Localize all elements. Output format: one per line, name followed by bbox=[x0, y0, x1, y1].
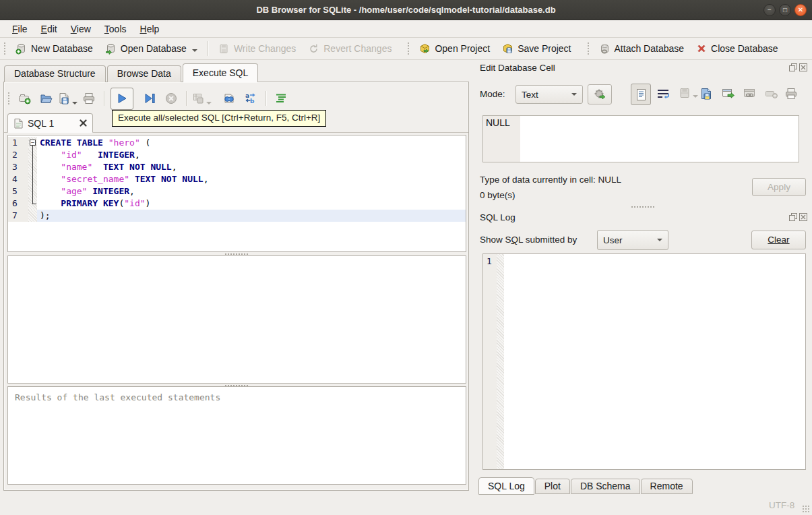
fold-margin bbox=[28, 161, 37, 173]
stop-button[interactable] bbox=[162, 90, 180, 107]
save-project-button[interactable]: Save Project bbox=[496, 40, 577, 57]
resize-grip[interactable] bbox=[802, 505, 810, 513]
open-database-button[interactable]: Open Database bbox=[99, 40, 204, 57]
save-results-icon bbox=[191, 92, 205, 105]
attach-database-button[interactable]: Attach Database bbox=[593, 40, 691, 57]
close-database-label: Close Database bbox=[711, 43, 778, 54]
apply-button[interactable]: Apply bbox=[752, 178, 806, 196]
mode-value: Text bbox=[522, 90, 538, 100]
sql-log-area[interactable]: 1 bbox=[482, 253, 806, 470]
panel-splitter[interactable] bbox=[480, 205, 806, 208]
replace-icon: ab bbox=[244, 92, 257, 105]
menu-file[interactable]: File bbox=[5, 22, 34, 36]
close-panel-icon[interactable] bbox=[799, 63, 807, 71]
toolbar-grip[interactable] bbox=[587, 42, 590, 55]
print-cell-icon[interactable] bbox=[784, 87, 798, 100]
menu-edit[interactable]: Edit bbox=[34, 22, 64, 36]
dock-tab-db-schema[interactable]: DB Schema bbox=[571, 479, 640, 494]
close-database-button[interactable]: Close Database bbox=[690, 40, 784, 57]
maximize-icon[interactable]: □ bbox=[779, 4, 791, 16]
cell-editor[interactable]: NULL bbox=[482, 115, 799, 162]
log-line-number: 1 bbox=[483, 254, 497, 469]
format-sql-icon bbox=[274, 92, 288, 105]
save-sql-file-button[interactable] bbox=[59, 90, 76, 107]
close-tab-icon[interactable] bbox=[80, 119, 87, 127]
set-null-icon[interactable] bbox=[766, 90, 778, 98]
import-file-button[interactable] bbox=[678, 87, 698, 100]
sql-log-title: SQL Log bbox=[480, 212, 516, 222]
close-panel-icon[interactable] bbox=[799, 213, 807, 221]
attach-database-label: Attach Database bbox=[615, 43, 685, 54]
clear-button[interactable]: Clear bbox=[751, 231, 806, 249]
float-panel-icon[interactable] bbox=[789, 213, 797, 221]
save-results-button[interactable] bbox=[193, 90, 210, 107]
revert-changes-button[interactable]: Revert Changes bbox=[302, 40, 398, 57]
dock-tab-remote[interactable]: Remote bbox=[641, 479, 693, 494]
window-title: DB Browser for SQLite - /home/user/code/… bbox=[256, 5, 555, 15]
cell-value: NULL bbox=[486, 117, 510, 128]
toolbar-grip[interactable] bbox=[3, 42, 6, 55]
tab-browse-data[interactable]: Browse Data bbox=[107, 65, 181, 82]
main-toolbar: New Database Open Database Write Changes… bbox=[0, 38, 812, 60]
code-line[interactable]: 2 "id" INTEGER, bbox=[8, 149, 466, 161]
results-message-area[interactable]: Results of the last executed statements bbox=[7, 386, 466, 485]
mode-select[interactable]: Text bbox=[516, 85, 583, 104]
link-data-icon[interactable] bbox=[743, 87, 757, 100]
sql-file-icon bbox=[13, 118, 24, 129]
fold-margin bbox=[28, 198, 37, 210]
code-line[interactable]: 5 "age" INTEGER, bbox=[8, 185, 466, 198]
sql-toolbar-grip[interactable] bbox=[7, 92, 10, 105]
float-panel-icon[interactable] bbox=[789, 63, 797, 71]
tab-execute-sql[interactable]: Execute SQL bbox=[183, 63, 259, 82]
sql-editor[interactable]: 1−CREATE TABLE "hero" (2 "id" INTEGER,3 … bbox=[7, 135, 466, 252]
execute-line-button[interactable] bbox=[141, 90, 158, 107]
results-grid[interactable] bbox=[7, 255, 466, 384]
save-results-dropdown-icon[interactable] bbox=[206, 102, 212, 104]
code-line[interactable]: 4 "secret_name" TEXT NOT NULL, bbox=[8, 173, 466, 185]
save-sql-dropdown-icon[interactable] bbox=[72, 102, 77, 104]
open-project-button[interactable]: Open Project bbox=[413, 40, 496, 57]
cell-size-info: 0 byte(s) bbox=[480, 190, 516, 200]
find-button[interactable] bbox=[220, 90, 238, 107]
text-mode-button[interactable] bbox=[631, 84, 651, 105]
write-changes-button[interactable]: Write Changes bbox=[212, 40, 302, 57]
menu-help[interactable]: Help bbox=[133, 22, 166, 36]
print-icon bbox=[82, 92, 96, 105]
minimize-icon[interactable]: − bbox=[763, 4, 776, 16]
fold-margin[interactable]: − bbox=[28, 137, 37, 149]
execute-sql-panel: ab SQL 1 1−CREATE TABLE "hero" (2 "id" I… bbox=[3, 82, 469, 491]
apply-import-button[interactable] bbox=[588, 84, 612, 104]
execute-all-button[interactable] bbox=[111, 88, 133, 110]
open-sql-file-button[interactable] bbox=[37, 90, 55, 107]
encoding-indicator[interactable]: UTF-8 bbox=[769, 500, 794, 510]
replace-button[interactable]: ab bbox=[242, 90, 259, 107]
print-button[interactable] bbox=[80, 90, 98, 107]
log-filter-select[interactable]: User bbox=[597, 230, 668, 250]
code-line[interactable]: 6 PRIMARY KEY("id") bbox=[8, 198, 466, 210]
open-database-dropdown-icon[interactable] bbox=[192, 49, 197, 52]
save-as-icon[interactable] bbox=[699, 87, 713, 100]
sql-toolbar-separator bbox=[266, 91, 266, 106]
log-filter-value: User bbox=[603, 235, 623, 245]
export-icon[interactable] bbox=[721, 87, 735, 100]
format-sql-button[interactable] bbox=[272, 90, 290, 107]
dock-tab-plot[interactable]: Plot bbox=[535, 479, 570, 494]
menu-view[interactable]: View bbox=[64, 22, 98, 36]
sql-code: 1−CREATE TABLE "hero" (2 "id" INTEGER,3 … bbox=[8, 137, 466, 222]
tab-database-structure[interactable]: Database Structure bbox=[4, 65, 106, 82]
dock-tab-sql-log[interactable]: SQL Log bbox=[478, 477, 534, 495]
toolbar-grip[interactable] bbox=[407, 42, 410, 55]
fold-margin bbox=[28, 185, 37, 198]
code-line[interactable]: 1−CREATE TABLE "hero" ( bbox=[8, 137, 466, 149]
menu-tools[interactable]: Tools bbox=[98, 22, 133, 36]
fold-collapse-icon[interactable]: − bbox=[30, 140, 36, 146]
code-line[interactable]: 7); bbox=[8, 210, 466, 222]
sql-editor-tab[interactable]: SQL 1 bbox=[7, 113, 93, 133]
code-line[interactable]: 3 "name" TEXT NOT NULL, bbox=[8, 161, 466, 173]
word-wrap-icon[interactable] bbox=[656, 88, 670, 100]
new-database-label: New Database bbox=[31, 43, 93, 54]
new-tab-button[interactable] bbox=[15, 90, 33, 107]
close-database-icon bbox=[696, 43, 707, 54]
close-icon[interactable]: ✕ bbox=[794, 4, 807, 16]
new-database-button[interactable]: New Database bbox=[9, 40, 99, 57]
